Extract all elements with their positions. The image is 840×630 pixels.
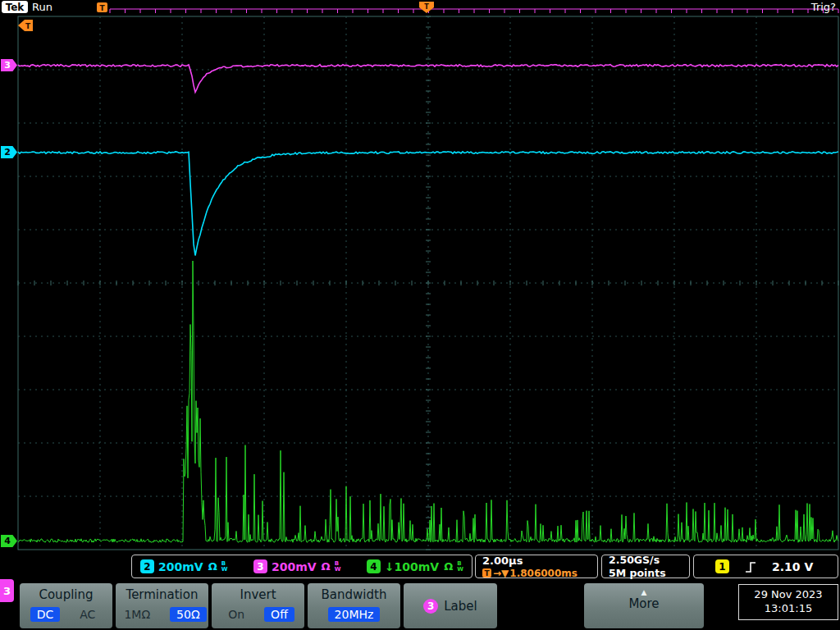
- record-trigger-label: T: [99, 4, 105, 12]
- bw-bottom: W: [457, 567, 463, 573]
- sample-rate: 2.50GS/s: [609, 554, 660, 566]
- coupling-options: DC AC: [30, 607, 103, 622]
- acquisition-status: Run: [32, 1, 52, 13]
- delay-value: 1.806000ms: [509, 568, 578, 579]
- rising-edge-icon: [744, 559, 757, 574]
- time-value: 13:01:15: [765, 602, 812, 616]
- label-title: Label: [444, 599, 477, 614]
- trigger-status: Trig?: [811, 1, 836, 13]
- ch2-scale: 200mV: [158, 560, 203, 573]
- ch2-readout[interactable]: 2 200mV Ω B W: [140, 559, 227, 573]
- trigger-readout[interactable]: 1 2.10 V: [693, 555, 838, 578]
- oscilloscope-screen: TTT Tek Run Trig? 3 2 4 2 200mV Ω B W 3 …: [0, 0, 840, 630]
- coupling-ac-option[interactable]: AC: [73, 607, 102, 622]
- trigger-t-icon: T: [482, 568, 491, 578]
- ch4-readout[interactable]: 4 ↓100mV Ω B W: [367, 559, 463, 573]
- bw-bottom: W: [221, 567, 228, 573]
- invert-button[interactable]: Invert On Off: [212, 583, 304, 628]
- ch2-impedance: Ω: [208, 560, 217, 573]
- more-button[interactable]: ▲ More: [584, 583, 704, 628]
- channel-readouts[interactable]: 2 200mV Ω B W 3 200mV Ω B W 4 ↓100mV Ω B…: [131, 555, 472, 578]
- horizontal-readout[interactable]: 2.00µs T →▼ 1.806000ms: [475, 555, 598, 578]
- ch3-impedance: Ω: [322, 560, 331, 573]
- trigger-level-value: 2.10 V: [772, 560, 813, 573]
- termination-button[interactable]: Termination 1MΩ 50Ω: [116, 583, 208, 628]
- invert-on-option[interactable]: On: [221, 607, 251, 622]
- ch4-impedance: Ω: [444, 560, 453, 573]
- record-length: 5M points: [609, 567, 666, 579]
- trigger-source-badge: 1: [715, 559, 729, 573]
- termination-title: Termination: [126, 587, 199, 602]
- bandwidth-button[interactable]: Bandwidth 20MHz: [308, 583, 400, 628]
- tek-logo: Tek: [2, 1, 28, 13]
- timebase-value: 2.00µs: [482, 555, 523, 567]
- label-button[interactable]: 3 Label: [404, 583, 497, 628]
- termination-50ohm-option[interactable]: 50Ω: [170, 607, 207, 622]
- more-up-arrow-icon: ▲: [641, 589, 647, 596]
- bandwidth-title: Bandwidth: [322, 587, 387, 602]
- coupling-button[interactable]: Coupling DC AC: [20, 583, 112, 628]
- bw-bottom: W: [335, 567, 341, 573]
- ch4-scale: ↓100mV: [385, 560, 439, 573]
- acquisition-readout[interactable]: 2.50GS/s 5M points: [601, 555, 690, 578]
- coupling-dc-option[interactable]: DC: [30, 607, 61, 622]
- invert-title: Invert: [240, 587, 276, 602]
- ch3-scale: 200mV: [272, 560, 317, 573]
- ch3-bandwidth-limit-icon: B W: [335, 561, 341, 573]
- ch3-badge: 3: [253, 559, 267, 573]
- waveform-display: TTT: [0, 0, 840, 630]
- ch2-badge: 2: [140, 559, 154, 573]
- ch4-badge: 4: [367, 559, 381, 573]
- coupling-title: Coupling: [39, 587, 93, 602]
- bandwidth-options: 20MHz: [328, 607, 381, 622]
- bandwidth-20mhz-option[interactable]: 20MHz: [328, 607, 381, 622]
- more-title: More: [628, 596, 659, 611]
- trigger-offscreen-label: T: [25, 22, 31, 30]
- termination-1mohm-option[interactable]: 1MΩ: [117, 607, 157, 622]
- datetime-display: 29 Nov 2023 13:01:15: [738, 584, 838, 620]
- delay-arrows-icon: →▼: [493, 568, 509, 579]
- termination-options: 1MΩ 50Ω: [117, 607, 206, 622]
- invert-off-option[interactable]: Off: [264, 607, 294, 622]
- label-ch3-badge: 3: [423, 599, 438, 614]
- invert-options: On Off: [221, 607, 294, 622]
- channel3-menu-tab[interactable]: 3: [0, 579, 14, 602]
- date-value: 29 Nov 2023: [754, 588, 822, 602]
- ch2-bandwidth-limit-icon: B W: [221, 561, 228, 573]
- ch3-readout[interactable]: 3 200mV Ω B W: [253, 559, 340, 573]
- trigger-position-label: T: [424, 3, 429, 11]
- ch4-bandwidth-limit-icon: B W: [457, 561, 463, 573]
- delay-readout: T →▼ 1.806000ms: [482, 568, 578, 579]
